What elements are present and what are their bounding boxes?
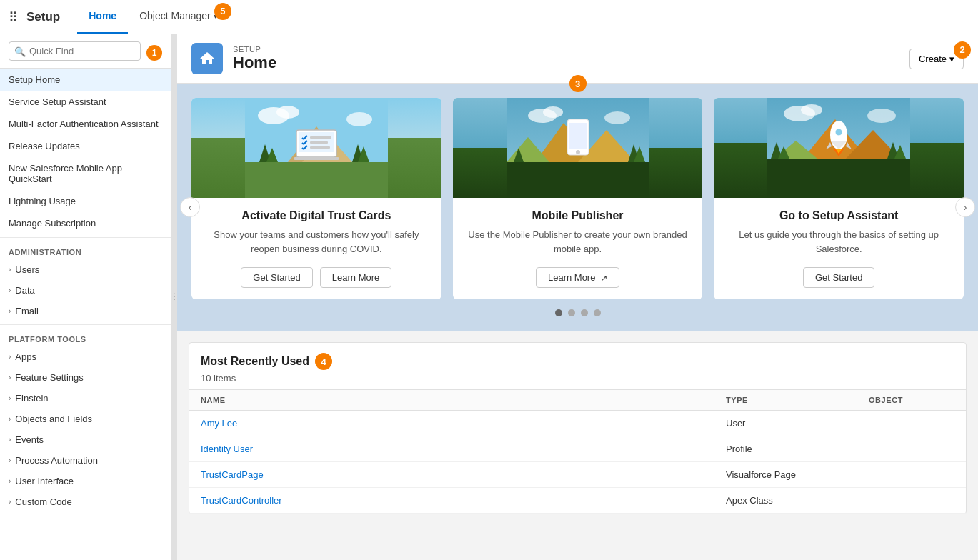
content-area: SETUP Home Create ▾ 2 3 ‹ › [177, 34, 978, 560]
svg-rect-35 [569, 123, 587, 149]
page-icon [191, 43, 223, 74]
svg-point-40 [867, 109, 896, 123]
col-name: NAME [201, 396, 726, 404]
card-actions-2: Learn More ↗ [464, 267, 692, 288]
external-link-icon: ↗ [601, 274, 607, 282]
grid-icon[interactable]: ⠿ [9, 9, 18, 25]
create-chevron-icon: ▾ [949, 54, 954, 64]
row1-object [869, 418, 954, 429]
sidebar-nav: Setup Home Service Setup Assistant Multi… [0, 69, 171, 560]
sidebar-item-service-setup[interactable]: Service Setup Assistant [0, 91, 171, 113]
svg-rect-20 [310, 141, 328, 144]
card-title-2: Mobile Publisher [464, 209, 692, 222]
card3-get-started-button[interactable]: Get Started [803, 267, 874, 288]
carousel-badge-3: 3 [569, 75, 587, 92]
recently-used-section: Most Recently Used 4 10 items NAME TYPE … [189, 342, 967, 514]
row4-object [869, 495, 954, 506]
row3-name-link[interactable]: TrustCardPage [201, 469, 264, 480]
app-name: Setup [26, 10, 60, 24]
chevron-einstein-icon: › [9, 394, 11, 402]
divider-platform [0, 324, 171, 325]
card-body-3: Go to Setup Assistant Let us guide you t… [714, 198, 964, 299]
chevron-ui-icon: › [9, 477, 11, 485]
row1-name-link[interactable]: Amy Lee [201, 418, 237, 429]
top-nav: ⠿ Setup Home Object Manager ▾ 5 [0, 0, 978, 34]
sidebar-item-manage-subscription[interactable]: Manage Subscription [0, 212, 171, 234]
svg-rect-10 [245, 162, 388, 198]
table-row: Identity User Profile [189, 436, 966, 462]
row4-type: Apex Class [726, 495, 869, 506]
sidebar-item-data[interactable]: › Data [0, 280, 171, 301]
card1-learn-more-button[interactable]: Learn More [320, 267, 391, 288]
main-layout: 🔍 1 Setup Home Service Setup Assistant M… [0, 34, 978, 560]
page-header-left: SETUP Home [191, 43, 276, 74]
setup-label: SETUP [233, 45, 276, 54]
row2-object [869, 444, 954, 454]
sidebar-item-custom-code[interactable]: › Custom Code [0, 491, 171, 512]
card-digital-trust: Activate Digital Trust Cards Show your t… [191, 98, 441, 299]
col-object: OBJECT [869, 396, 954, 404]
dot-1[interactable] [555, 309, 562, 316]
search-input[interactable] [9, 41, 141, 61]
svg-point-2 [276, 106, 299, 119]
carousel-cards: Activate Digital Trust Cards Show your t… [191, 98, 964, 299]
sidebar-item-events[interactable]: › Events [0, 429, 171, 450]
svg-point-26 [604, 111, 630, 124]
chevron-apps-icon: › [9, 353, 11, 361]
card1-get-started-button[interactable]: Get Started [241, 267, 312, 288]
carousel-prev-button[interactable]: ‹ [180, 197, 200, 217]
chevron-data-icon: › [9, 286, 11, 294]
dot-4[interactable] [594, 309, 601, 316]
create-button-wrap: Create ▾ 2 [909, 49, 964, 69]
page-header-text: SETUP Home [233, 45, 276, 72]
card-scene-1 [245, 98, 388, 198]
sidebar-item-apps[interactable]: › Apps [0, 346, 171, 367]
sidebar-item-release-updates[interactable]: Release Updates [0, 135, 171, 157]
card-desc-2: Use the Mobile Publisher to create your … [464, 228, 692, 256]
col-type: TYPE [726, 396, 869, 404]
tab-object-manager[interactable]: Object Manager ▾ 5 [128, 0, 229, 34]
nav-badge-5: 5 [214, 3, 231, 20]
svg-point-25 [543, 106, 563, 118]
chevron-users-icon: › [9, 266, 11, 274]
sidebar: 🔍 1 Setup Home Service Setup Assistant M… [0, 34, 171, 560]
recently-used-table: NAME TYPE OBJECT Amy Lee User Identity U… [189, 389, 966, 514]
sidebar-item-feature-settings[interactable]: › Feature Settings [0, 367, 171, 388]
chevron-email-icon: › [9, 307, 11, 315]
search-icon: 🔍 [14, 46, 26, 56]
carousel-next-button[interactable]: › [955, 197, 975, 217]
section-label-admin: ADMINISTRATION [0, 241, 171, 259]
sidebar-item-objects-fields[interactable]: › Objects and Fields [0, 409, 171, 429]
sidebar-item-mobile-quickstart[interactable]: New Salesforce Mobile App QuickStart [0, 157, 171, 190]
sidebar-item-user-interface[interactable]: › User Interface [0, 471, 171, 491]
chevron-events-icon: › [9, 436, 11, 444]
row3-type: Visualforce Page [726, 469, 869, 480]
table-header: NAME TYPE OBJECT [189, 389, 966, 411]
sidebar-item-process-automation[interactable]: › Process Automation [0, 450, 171, 471]
sidebar-item-setup-home[interactable]: Setup Home [0, 69, 171, 91]
card-mobile-publisher: Mobile Publisher Use the Mobile Publishe… [453, 98, 703, 299]
card2-learn-more-button[interactable]: Learn More ↗ [536, 267, 619, 288]
row4-name-link[interactable]: TrustCardController [201, 495, 282, 506]
dot-2[interactable] [568, 309, 575, 316]
svg-rect-48 [767, 159, 910, 198]
card-scene-3 [767, 98, 910, 198]
row2-type: Profile [726, 444, 869, 454]
sidebar-item-email[interactable]: › Email [0, 301, 171, 321]
item-count: 10 items [201, 373, 954, 384]
section-header: Most Recently Used 4 10 items [189, 343, 966, 389]
card-actions-1: Get Started Learn More [203, 267, 430, 288]
sidebar-item-users[interactable]: › Users [0, 259, 171, 280]
resize-handle[interactable]: ··· [171, 34, 177, 560]
svg-point-36 [576, 150, 580, 154]
row2-name-link[interactable]: Identity User [201, 444, 253, 454]
sidebar-item-mfa[interactable]: Multi-Factor Authentication Assistant [0, 113, 171, 135]
tab-home[interactable]: Home [77, 0, 128, 34]
carousel-section: 3 ‹ › [177, 84, 978, 331]
card-body-1: Activate Digital Trust Cards Show your t… [191, 198, 441, 299]
dot-3[interactable] [581, 309, 588, 316]
sidebar-item-einstein[interactable]: › Einstein [0, 388, 171, 409]
sidebar-item-lightning-usage[interactable]: Lightning Usage [0, 190, 171, 212]
card-image-2 [453, 98, 703, 198]
card-body-2: Mobile Publisher Use the Mobile Publishe… [453, 198, 703, 299]
